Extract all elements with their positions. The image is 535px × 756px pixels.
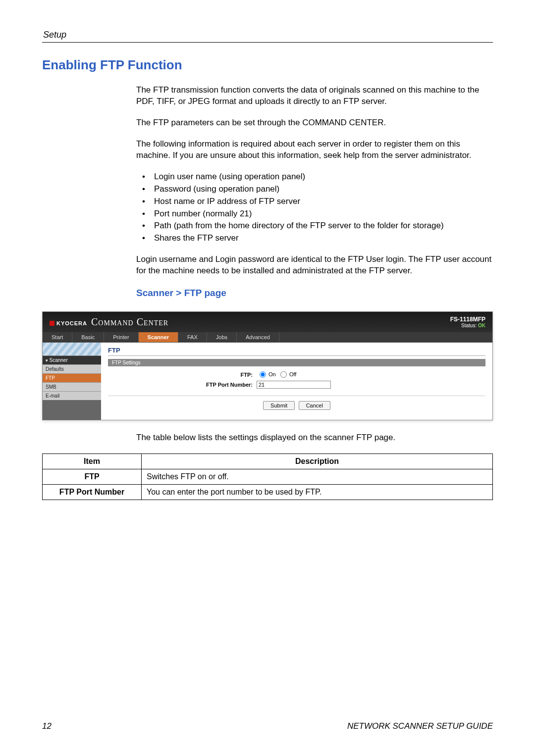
- status-value: OK: [478, 323, 485, 328]
- side-item-email[interactable]: E-mail: [43, 391, 101, 400]
- list-item: Path (path from the home directory of th…: [136, 220, 493, 232]
- side-item-ftp[interactable]: FTP: [43, 373, 101, 382]
- ftp-radio-off-label: Off: [289, 371, 296, 377]
- tab-printer[interactable]: Printer: [104, 332, 138, 342]
- table-intro-wrap: The table below lists the settings displ…: [136, 432, 493, 444]
- td-desc: You can enter the port number to be used…: [142, 485, 493, 500]
- doc-title: NETWORK SCANNER SETUP GUIDE: [347, 721, 493, 731]
- form-row-port: FTP Port Number:: [108, 381, 485, 389]
- status-label: Status:: [461, 323, 477, 328]
- paragraph: Login username and Login password are id…: [136, 254, 493, 277]
- screenshot-header: KYOCERA Command Center FS-1118MFP Status…: [43, 312, 492, 332]
- model-info: FS-1118MFP Status: OK: [450, 316, 485, 328]
- submit-button[interactable]: Submit: [263, 401, 295, 410]
- paragraph: The following information is required ab…: [136, 139, 493, 161]
- tab-start[interactable]: Start: [43, 332, 72, 342]
- paragraph: The FTP parameters can be set through th…: [136, 117, 493, 129]
- main-pane: FTP FTP Settings FTP: On Off FTP Port Nu…: [101, 343, 492, 420]
- list-item: Host name or IP address of FTP server: [136, 196, 493, 207]
- th-item: Item: [43, 454, 142, 469]
- th-desc: Description: [142, 454, 493, 469]
- panel-subtitle: FTP Settings: [108, 359, 485, 366]
- horizontal-rule: [42, 42, 493, 43]
- page-number: 12: [42, 721, 52, 731]
- port-label: FTP Port Number:: [108, 382, 257, 388]
- paragraph: The FTP transmission function converts t…: [136, 85, 493, 107]
- side-group-scanner[interactable]: Scanner: [43, 355, 101, 364]
- td-item: FTP Port Number: [43, 485, 142, 500]
- side-menu: Scanner Defaults FTP SMB E-mail: [43, 343, 101, 420]
- section-label: Setup: [43, 30, 493, 40]
- command-center-screenshot: KYOCERA Command Center FS-1118MFP Status…: [42, 311, 493, 421]
- page-heading: Enabling FTP Function: [42, 57, 493, 73]
- list-item: Login user name (using operation panel): [136, 171, 493, 183]
- tab-scanner[interactable]: Scanner: [139, 332, 178, 342]
- tab-fax[interactable]: FAX: [178, 332, 207, 342]
- tab-advanced[interactable]: Advanced: [237, 332, 279, 342]
- ftp-radio-on[interactable]: [260, 371, 266, 378]
- port-input[interactable]: [257, 381, 331, 389]
- model-name: FS-1118MFP: [450, 316, 485, 323]
- page-footer: 12 NETWORK SCANNER SETUP GUIDE: [42, 721, 493, 731]
- body-column: The FTP transmission function converts t…: [136, 85, 493, 300]
- td-item: FTP: [43, 469, 142, 485]
- kyocera-logo: KYOCERA: [50, 320, 87, 326]
- subheading: Scanner > FTP page: [136, 287, 493, 300]
- settings-table: Item Description FTP Switches FTP on or …: [42, 454, 493, 500]
- table-row: FTP Port Number You can enter the port n…: [43, 485, 493, 500]
- list-item: Port number (normally 21): [136, 208, 493, 220]
- panel-title: FTP: [108, 347, 485, 356]
- ftp-radio-off[interactable]: [280, 371, 287, 378]
- ftp-radio-on-label: On: [268, 371, 276, 377]
- side-item-smb[interactable]: SMB: [43, 382, 101, 391]
- bullet-list: Login user name (using operation panel) …: [136, 171, 493, 245]
- cancel-button[interactable]: Cancel: [299, 401, 330, 410]
- tab-basic[interactable]: Basic: [72, 332, 104, 342]
- tab-row: Start Basic Printer Scanner FAX Jobs Adv…: [43, 332, 492, 343]
- app-title: Command Center: [91, 316, 168, 328]
- td-desc: Switches FTP on or off.: [142, 469, 493, 485]
- side-decor: [43, 343, 101, 355]
- table-row: FTP Switches FTP on or off.: [43, 469, 493, 485]
- button-row: Submit Cancel: [108, 396, 485, 410]
- ftp-label: FTP:: [108, 372, 257, 378]
- list-item: Password (using operation panel): [136, 184, 493, 195]
- table-intro: The table below lists the settings displ…: [136, 432, 493, 444]
- list-item: Shares the FTP server: [136, 233, 493, 244]
- form-row-ftp: FTP: On Off: [108, 371, 485, 378]
- tab-jobs[interactable]: Jobs: [207, 332, 237, 342]
- side-item-defaults[interactable]: Defaults: [43, 364, 101, 373]
